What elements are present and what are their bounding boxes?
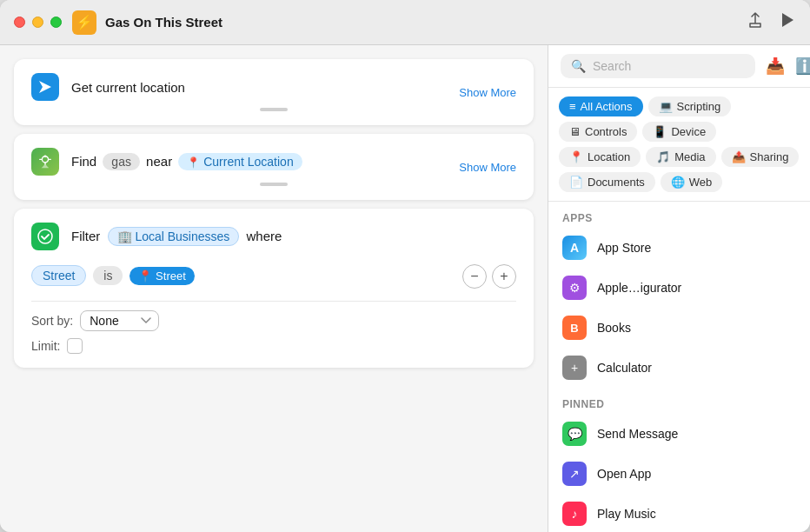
cat-device-label: Device [671,125,706,138]
list-item-open-app[interactable]: ↗ Open App [548,454,810,494]
sort-by-select[interactable]: None Name Distance [80,310,159,331]
apple-configurator-label: Apple…igurator [597,281,681,295]
cat-controls[interactable]: 🖥 Controls [559,122,637,142]
list-item-books[interactable]: B Books [548,308,810,348]
find-gas-pill: gas [103,153,140,170]
play-music-icon: ♪ [562,502,587,526]
sharing-icon: 📤 [732,150,746,163]
cat-media[interactable]: 🎵 Media [646,147,715,167]
app-window: ⚡ Gas On This Street [0,0,810,532]
location-action-icon [31,73,59,101]
books-label: Books [597,321,631,335]
traffic-lights [14,17,62,28]
action-find-gas: Find gas near 📍 Current Location Show Mo… [14,134,534,200]
filter-condition-row: Street is 📍 Street − + [31,263,516,289]
titlebar-actions [746,10,796,34]
filter-action-icon [31,223,59,250]
list-item-play-music[interactable]: ♪ Play Music [548,494,810,532]
search-icon: 🔍 [571,59,586,73]
filter-field-pill[interactable]: Street [31,265,86,286]
add-shortcut-icon[interactable]: 📥 [766,57,785,76]
send-message-icon: 💬 [562,422,587,446]
apps-section-label: Apps [548,202,810,228]
web-icon: 🌐 [671,176,685,189]
cat-media-label: Media [674,150,705,163]
app-store-label: App Store [597,241,651,255]
controls-icon: 🖥 [569,125,581,138]
find-current-location-pill[interactable]: 📍 Current Location [178,153,302,170]
filter-value-pill[interactable]: 📍 Street [129,267,194,285]
main-content: Get current location Show More [0,45,810,532]
actions-sidebar: 🔍 📥 ℹ️ ≡ All Actions 💻 Scripting [548,45,810,532]
calculator-icon: + [562,356,587,380]
workflow-panel: Get current location Show More [0,45,548,532]
share-button[interactable] [746,10,765,34]
sort-row: Sort by: None Name Distance [31,310,516,331]
list-item-apple-configurator[interactable]: ⚙ Apple…igurator [548,268,810,308]
filter-condition-controls: − + [462,264,516,289]
find-action-icon [31,148,59,176]
location-cat-icon: 📍 [569,150,583,163]
all-actions-icon: ≡ [569,100,576,113]
actions-list: Apps A App Store ⚙ Apple…igurator B Book… [548,202,810,532]
search-input[interactable] [593,59,745,73]
find-gas-label: Find gas near 📍 Current Location [71,153,516,170]
svg-marker-0 [39,81,51,93]
device-icon: 📱 [653,125,667,138]
get-location-show-more[interactable]: Show More [459,86,516,99]
play-button[interactable] [779,10,796,34]
pinned-section-label: Pinned [548,388,810,414]
info-icon[interactable]: ℹ️ [795,57,810,76]
filter-header-label: Filter 🏢 Local Businesses where [71,227,516,246]
send-message-label: Send Message [597,427,678,441]
cat-scripting-label: Scripting [677,100,721,113]
search-container: 🔍 [561,54,755,78]
category-pills: ≡ All Actions 💻 Scripting 🖥 Controls 📱 D… [548,88,810,202]
cat-documents-label: Documents [588,176,645,189]
documents-icon: 📄 [569,176,583,189]
scripting-icon: 💻 [659,100,673,113]
open-app-icon: ↗ [562,462,587,486]
limit-label: Limit: [31,339,60,353]
cat-web[interactable]: 🌐 Web [661,172,723,192]
books-icon: B [562,316,587,340]
apple-configurator-icon: ⚙ [562,276,587,300]
sidebar-header-icons: 📥 ℹ️ [766,57,810,76]
play-music-label: Play Music [597,507,656,521]
list-item-app-store[interactable]: A App Store [548,228,810,268]
maximize-button[interactable] [50,17,62,28]
cat-location[interactable]: 📍 Location [559,147,641,167]
limit-row: Limit: [31,338,516,354]
drag-handle-1 [260,108,288,111]
cat-documents[interactable]: 📄 Documents [559,172,655,192]
cat-sharing[interactable]: 📤 Sharing [721,147,800,167]
list-item-send-message[interactable]: 💬 Send Message [548,414,810,454]
filter-operator-pill[interactable]: is [93,266,123,285]
close-button[interactable] [14,17,25,28]
find-gas-show-more[interactable]: Show More [459,161,516,174]
media-icon: 🎵 [656,150,670,163]
action-filter: Filter 🏢 Local Businesses where Street i… [14,209,534,368]
cat-location-label: Location [588,150,630,163]
cat-controls-label: Controls [585,125,627,138]
filter-target-pill[interactable]: 🏢 Local Businesses [108,227,240,246]
titlebar: ⚡ Gas On This Street [0,0,810,45]
remove-condition-button[interactable]: − [462,264,487,289]
add-condition-button[interactable]: + [492,264,516,289]
calculator-label: Calculator [597,361,652,375]
cat-all-actions[interactable]: ≡ All Actions [559,96,643,116]
cat-device[interactable]: 📱 Device [642,122,716,142]
sidebar-search-bar: 🔍 📥 ℹ️ [548,45,810,88]
cat-sharing-label: Sharing [750,150,789,163]
cat-all-actions-label: All Actions [581,100,633,113]
app-store-icon: A [562,236,587,260]
list-item-calculator[interactable]: + Calculator [548,348,810,388]
app-icon: ⚡ [72,10,96,35]
minimize-button[interactable] [32,17,43,28]
limit-checkbox[interactable] [67,338,83,354]
sort-by-label: Sort by: [31,314,73,328]
cat-scripting[interactable]: 💻 Scripting [648,96,732,116]
filter-divider [31,301,516,302]
drag-handle-2 [260,183,288,186]
open-app-label: Open App [597,467,651,481]
